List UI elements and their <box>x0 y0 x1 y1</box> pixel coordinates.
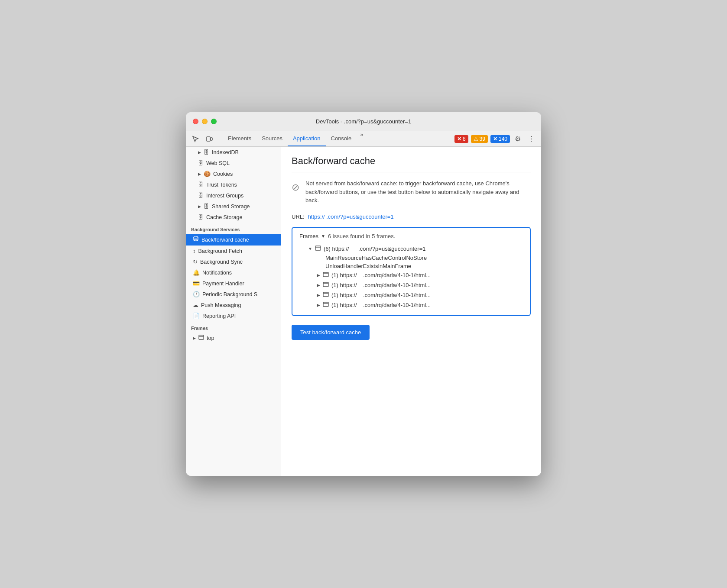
test-button[interactable]: Test back/forward cache <box>292 325 370 340</box>
sidebar-item-label: Back/forward cache <box>201 237 249 243</box>
svg-rect-3 <box>199 335 204 339</box>
expand-icon[interactable]: ▶ <box>317 303 320 307</box>
sidebar-item-label: Notifications <box>202 270 232 276</box>
svg-rect-9 <box>323 282 328 287</box>
toolbar-tabs: Elements Sources Application Console » <box>223 131 453 146</box>
frame-icon <box>323 272 329 278</box>
url-value: https:// .com/?p=us&guccounter=1 <box>308 213 394 220</box>
tab-console[interactable]: Console <box>326 131 357 146</box>
title-bar: DevTools - .com/?p=us&guccounter=1 <box>186 112 541 131</box>
svg-rect-11 <box>323 292 328 297</box>
frames-arrow[interactable]: ▼ <box>321 234 325 239</box>
db-icon: 🗄 <box>198 181 204 188</box>
window-title: DevTools - .com/?p=us&guccounter=1 <box>316 118 411 125</box>
expand-icon[interactable]: ▶ <box>317 273 320 278</box>
frames-section-label: Frames <box>186 321 281 333</box>
url-row: URL: https:// .com/?p=us&guccounter=1 <box>292 213 531 220</box>
frames-count: 6 issues found in 5 frames. <box>328 233 395 239</box>
devtools-window: DevTools - .com/?p=us&guccounter=1 Eleme… <box>186 112 541 476</box>
frame-label: (1) https:// .com/rq/darla/4-10-1/html..… <box>331 282 523 288</box>
sidebar-item-payment-handler[interactable]: 💳 Payment Handler <box>186 278 281 289</box>
info-text: Not served from back/forward cache: to t… <box>305 179 531 205</box>
sub-frame-item-0[interactable]: ▶ (1) https:// .com/rq/darla/4-10-1/html… <box>299 270 523 280</box>
sidebar-item-label: IndexedDB <box>212 149 239 155</box>
device-toolbar[interactable] <box>203 133 215 145</box>
frame-label: (1) https:// .com/rq/darla/4-10-1/html..… <box>331 302 523 308</box>
sidebar-item-trust-tokens[interactable]: 🗄 Trust Tokens <box>186 179 281 190</box>
sidebar-item-label: Push Messaging <box>201 302 241 308</box>
frames-header: Frames ▼ 6 issues found in 5 frames. <box>299 233 523 239</box>
maximize-button[interactable] <box>211 119 217 124</box>
db-icon: 🗄 <box>198 160 204 166</box>
bell-icon: 🔔 <box>193 269 200 276</box>
sidebar-item-push-messaging[interactable]: ☁ Push Messaging <box>186 300 281 310</box>
sidebar-item-interest-groups[interactable]: 🗄 Interest Groups <box>186 190 281 201</box>
sidebar-item-label: Background Sync <box>200 259 243 265</box>
sidebar-item-top[interactable]: ▶ top <box>186 333 281 343</box>
warning-badge[interactable]: ⚠ 39 <box>471 135 488 143</box>
fetch-icon: ↕ <box>193 248 196 254</box>
no-entry-icon: ⊘ <box>292 180 299 194</box>
inspect-tool[interactable] <box>189 133 201 145</box>
sidebar-item-background-fetch[interactable]: ↕ Background Fetch <box>186 246 281 256</box>
sidebar-item-label: Cookies <box>213 171 233 177</box>
db-icon: 🗄 <box>204 203 209 210</box>
clock-icon: 🕐 <box>193 291 200 297</box>
arrow-icon: ▶ <box>198 150 201 155</box>
devtools-toolbar: Elements Sources Application Console » ✕… <box>186 131 541 147</box>
sidebar-item-cookies[interactable]: ▶ 🍪 Cookies <box>186 168 281 179</box>
frame-icon <box>323 282 329 288</box>
sidebar-item-websql[interactable]: 🗄 Web SQL <box>186 158 281 168</box>
db-icon: 🗄 <box>198 214 204 220</box>
sidebar-item-shared-storage[interactable]: ▶ 🗄 Shared Storage <box>186 201 281 212</box>
tab-sources[interactable]: Sources <box>256 131 288 146</box>
sub-frame-item-1[interactable]: ▶ (1) https:// .com/rq/darla/4-10-1/html… <box>299 280 523 290</box>
expand-icon[interactable]: ▶ <box>317 283 320 288</box>
sidebar-item-back-forward-cache[interactable]: Back/forward cache <box>186 234 281 246</box>
more-tabs[interactable]: » <box>357 131 367 146</box>
frame-icon <box>323 302 329 308</box>
frame-label: (1) https:// .com/rq/darla/4-10-1/html..… <box>331 292 523 298</box>
minimize-button[interactable] <box>202 119 208 124</box>
sidebar-item-label: Shared Storage <box>212 204 250 210</box>
sync-icon: ↻ <box>193 258 198 265</box>
close-button[interactable] <box>193 119 198 124</box>
svg-point-2 <box>194 236 198 238</box>
sidebar-item-notifications[interactable]: 🔔 Notifications <box>186 267 281 278</box>
sidebar-item-label: Web SQL <box>206 160 230 166</box>
sidebar-item-label: Trust Tokens <box>206 182 237 188</box>
expand-icon[interactable]: ▼ <box>308 246 312 251</box>
bg-services-section: Background Services <box>186 223 281 234</box>
main-content: Back/forward cache ⊘ Not served from bac… <box>281 147 541 476</box>
sidebar-item-periodic-background[interactable]: 🕐 Periodic Background S <box>186 289 281 300</box>
sidebar-item-label: Payment Handler <box>202 281 244 287</box>
sub-frame-item-2[interactable]: ▶ (1) https:// .com/rq/darla/4-10-1/html… <box>299 290 523 300</box>
more-options-icon[interactable]: ⋮ <box>526 133 538 145</box>
sidebar-item-label: top <box>207 335 214 341</box>
tab-elements[interactable]: Elements <box>223 131 256 146</box>
settings-icon[interactable]: ⚙ <box>512 133 524 145</box>
frame-icon <box>315 246 321 252</box>
main-frame-item[interactable]: ▼ (6) https:// .com/?p=us&guccounter=1 <box>299 244 523 254</box>
page-title: Back/forward cache <box>292 155 531 172</box>
sidebar-item-label: Periodic Background S <box>202 291 257 297</box>
db-icon: 🗄 <box>198 192 204 199</box>
sidebar-item-label: Background Fetch <box>198 248 242 254</box>
frames-box: Frames ▼ 6 issues found in 5 frames. ▼ <box>292 227 531 316</box>
sidebar-item-reporting-api[interactable]: 📄 Reporting API <box>186 310 281 321</box>
error-badge[interactable]: ✕ 8 <box>454 135 468 143</box>
devtools-body: ▶ 🗄 IndexedDB 🗄 Web SQL ▶ 🍪 Cookies 🗄 Tr… <box>186 147 541 476</box>
cache-icon <box>193 236 199 243</box>
frame-tree: ▼ (6) https:// .com/?p=us&guccounter=1 <box>299 244 523 310</box>
sub-frame-item-3[interactable]: ▶ (1) https:// .com/rq/darla/4-10-1/html… <box>299 300 523 310</box>
sidebar-item-cache-storage[interactable]: 🗄 Cache Storage <box>186 212 281 223</box>
sidebar-item-background-sync[interactable]: ↻ Background Sync <box>186 256 281 267</box>
url-label: URL: <box>292 213 305 220</box>
svg-rect-13 <box>323 302 328 307</box>
info-badge[interactable]: ✕ 140 <box>490 135 510 143</box>
expand-icon[interactable]: ▶ <box>317 293 320 297</box>
sidebar-item-indexeddb[interactable]: ▶ 🗄 IndexedDB <box>186 147 281 158</box>
issue-item: MainResourceHasCacheControlNoStore <box>299 254 523 262</box>
traffic-lights <box>193 119 217 124</box>
tab-application[interactable]: Application <box>288 131 326 146</box>
